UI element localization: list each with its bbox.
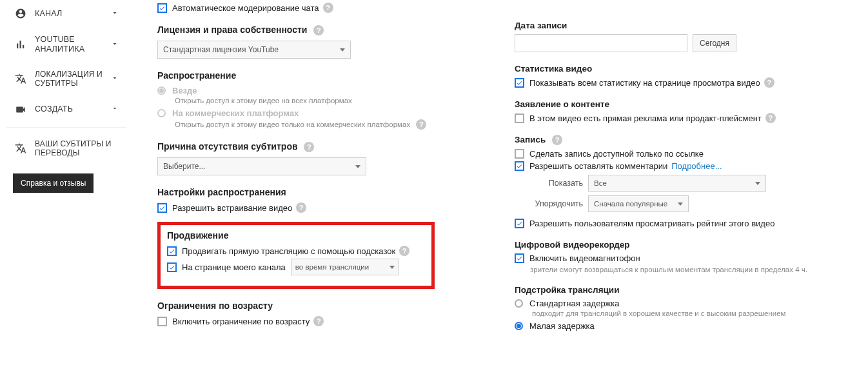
today-button[interactable]: Сегодня: [693, 34, 736, 52]
radio-description: Открыть доступ к этому видео на всех пла…: [175, 97, 435, 104]
sidebar-item-channel[interactable]: КАНАЛ: [6, 0, 126, 27]
sidebar-item-analytics[interactable]: YOUTUBE АНАЛИТИКА: [6, 27, 126, 62]
caret-down-icon: [340, 48, 345, 52]
sidebar-item-create[interactable]: СОЗДАТЬ: [6, 96, 126, 123]
allow-rating-checkbox[interactable]: Разрешить пользователям просматривать ре…: [515, 219, 860, 228]
age-restriction-heading: Ограничения по возрасту: [157, 301, 435, 311]
help-icon[interactable]: ?: [399, 246, 409, 256]
help-icon[interactable]: ?: [552, 135, 562, 145]
help-icon[interactable]: ?: [296, 202, 306, 213]
user-circle-icon: [13, 8, 28, 19]
caret-down-icon: [355, 165, 360, 168]
latency-low-radio[interactable]: Малая задержка: [515, 321, 860, 331]
promote-hints-checkbox[interactable]: Продвигать прямую трансляцию с помощью п…: [167, 246, 425, 256]
radio-icon: [157, 109, 166, 117]
select-value: во время трансляции: [295, 263, 369, 271]
age-restriction-checkbox[interactable]: Включить ограничение по возрасту ?: [157, 316, 435, 326]
radio-icon: [515, 322, 523, 330]
checkbox-icon: [515, 161, 524, 171]
dist-everywhere-radio: Везде: [157, 86, 435, 95]
radio-icon: [515, 299, 523, 308]
checkbox-label: В этом видео есть прямая реклама или про…: [529, 114, 762, 123]
help-icon[interactable]: ?: [765, 113, 776, 123]
video-stats-heading: Статистика видео: [515, 64, 860, 74]
checkbox-label: Включить видеомагнитофон: [529, 253, 640, 263]
help-icon[interactable]: ?: [313, 25, 324, 35]
sidebar-item-label: ВАШИ СУБТИТРЫ И ПЕРЕВОДЫ: [35, 139, 119, 158]
on-channel-page-checkbox[interactable]: На странице моего канала во время трансл…: [167, 259, 425, 275]
checkbox-icon: [515, 219, 524, 228]
promotion-heading: Продвижение: [167, 230, 425, 241]
caret-down-icon: [390, 266, 395, 269]
select-value: Стандартная лицензия YouTube: [163, 45, 279, 54]
help-feedback-button[interactable]: Справка и отзывы: [13, 173, 94, 193]
allow-comments-checkbox[interactable]: Разрешить оставлять комментарии Подробне…: [515, 161, 860, 171]
select-value: Сначала популярные: [594, 200, 667, 208]
show-comments-select[interactable]: Все: [588, 175, 766, 192]
checkbox-icon: [515, 78, 524, 88]
sidebar: КАНАЛ YOUTUBE АНАЛИТИКА ЛОКАЛИЗАЦИЯ И СУ…: [0, 0, 126, 332]
radio-description: подходит для трансляций в хорошем качест…: [532, 310, 860, 317]
content-declaration-heading: Заявление о контенте: [515, 99, 860, 109]
checkbox-label: На странице моего канала: [182, 262, 286, 272]
sort-label: Упорядочить: [530, 199, 583, 208]
sidebar-item-your-subtitles[interactable]: ВАШИ СУБТИТРЫ И ПЕРЕВОДЫ: [6, 132, 126, 166]
recording-heading: Запись ?: [515, 135, 860, 145]
help-icon[interactable]: ?: [764, 77, 774, 88]
right-column: Дата записи Сегодня Статистика видео Пок…: [507, 0, 868, 332]
license-select[interactable]: Стандартная лицензия YouTube: [157, 41, 351, 59]
select-value: Выберите...: [163, 162, 205, 171]
latency-heading: Подстройка трансляции: [515, 285, 860, 295]
help-icon[interactable]: ?: [416, 119, 426, 130]
checkbox-label: Автоматическое модерирование чата: [172, 3, 319, 13]
link-only-checkbox[interactable]: Сделать запись доступной только по ссылк…: [515, 149, 860, 159]
checkbox-icon: [167, 246, 177, 256]
help-icon[interactable]: ?: [313, 316, 324, 326]
promote-timing-select[interactable]: во время трансляции: [291, 259, 399, 275]
checkbox-label: Разрешить оставлять комментарии: [529, 161, 667, 171]
record-date-input[interactable]: [515, 34, 687, 52]
chevron-down-icon: [111, 104, 119, 114]
radio-label: Стандартная задержка: [529, 299, 620, 308]
translate-icon: [13, 73, 28, 84]
radio-label: На коммерческих платформах: [172, 108, 299, 118]
promotion-highlight-box: Продвижение Продвигать прямую трансляцию…: [157, 222, 435, 289]
caret-down-icon: [755, 182, 760, 185]
checkbox-label: Сделать запись доступной только по ссылк…: [529, 149, 704, 159]
help-icon[interactable]: ?: [304, 142, 314, 152]
chevron-down-icon: [111, 74, 119, 84]
translate-icon: [13, 143, 28, 154]
sort-comments-select[interactable]: Сначала популярные: [588, 195, 689, 212]
bar-chart-icon: [13, 39, 28, 50]
sort-comments-row: Упорядочить Сначала популярные: [530, 195, 860, 212]
select-value: Все: [594, 179, 607, 187]
dvr-description: зрители смогут возвращаться к прошлым мо…: [530, 266, 860, 273]
allow-embed-checkbox[interactable]: Разрешить встраивание видео ?: [157, 202, 435, 213]
learn-more-link[interactable]: Подробнее...: [671, 161, 722, 171]
radio-description: Открыть доступ к этому видео только на к…: [175, 119, 435, 130]
help-icon[interactable]: ?: [323, 3, 333, 13]
videocam-icon: [13, 104, 28, 115]
chevron-down-icon: [111, 9, 119, 19]
checkbox-icon: [515, 149, 524, 159]
no-captions-heading: Причина отсутствия субтитров ?: [157, 141, 435, 152]
checkbox-icon: [167, 262, 177, 272]
sidebar-item-label: СОЗДАТЬ: [35, 104, 111, 114]
checkbox-icon: [515, 114, 524, 123]
radio-label: Везде: [172, 86, 197, 95]
no-captions-select[interactable]: Выберите...: [157, 157, 366, 175]
auto-moderation-checkbox[interactable]: Автоматическое модерирование чата ?: [157, 3, 435, 13]
show-label: Показать: [530, 179, 583, 188]
latency-standard-radio[interactable]: Стандартная задержка: [515, 299, 860, 308]
dist-settings-heading: Настройки распространения: [157, 187, 435, 197]
show-stats-checkbox[interactable]: Показывать всем статистику на странице п…: [515, 77, 860, 88]
checkbox-icon: [157, 317, 167, 326]
checkbox-label: Продвигать прямую трансляцию с помощью п…: [182, 246, 395, 256]
dist-commercial-radio: На коммерческих платформах: [157, 108, 435, 118]
content-declaration-checkbox[interactable]: В этом видео есть прямая реклама или про…: [515, 113, 860, 123]
dvr-enable-checkbox[interactable]: Включить видеомагнитофон: [515, 253, 860, 263]
sidebar-item-localization[interactable]: ЛОКАЛИЗАЦИЯ И СУБТИТРЫ: [6, 62, 126, 96]
distribution-heading: Распространение: [157, 70, 435, 81]
checkbox-label: Показывать всем статистику на странице п…: [529, 78, 760, 88]
sidebar-item-label: ЛОКАЛИЗАЦИЯ И СУБТИТРЫ: [35, 70, 111, 88]
